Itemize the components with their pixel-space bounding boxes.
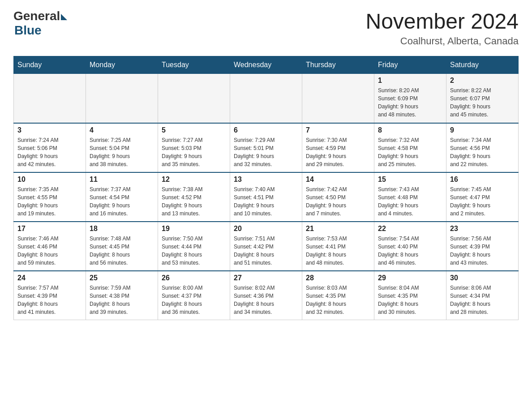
day-number: 8 [378,126,442,134]
day-number: 27 [234,274,298,282]
calendar-day-cell: 25Sunrise: 7:59 AM Sunset: 4:38 PM Dayli… [86,271,158,320]
day-number: 5 [162,126,226,134]
calendar-day-cell: 19Sunrise: 7:50 AM Sunset: 4:44 PM Dayli… [158,222,230,271]
logo: General Blue [13,9,67,38]
calendar-day-header: Tuesday [158,56,230,74]
day-number: 30 [450,274,515,282]
month-year-title: November 2024 [365,9,519,34]
calendar-day-cell [158,74,230,123]
calendar-day-cell: 13Sunrise: 7:40 AM Sunset: 4:51 PM Dayli… [230,172,302,222]
day-number: 12 [162,176,226,184]
day-info: Sunrise: 7:43 AM Sunset: 4:48 PM Dayligh… [378,185,442,218]
calendar-day-cell: 4Sunrise: 7:25 AM Sunset: 5:04 PM Daylig… [86,123,158,172]
calendar-day-cell: 28Sunrise: 8:03 AM Sunset: 4:35 PM Dayli… [302,271,374,320]
day-info: Sunrise: 7:35 AM Sunset: 4:55 PM Dayligh… [17,185,82,218]
calendar-day-cell: 23Sunrise: 7:56 AM Sunset: 4:39 PM Dayli… [446,222,519,271]
calendar-day-cell: 11Sunrise: 7:37 AM Sunset: 4:54 PM Dayli… [86,172,158,222]
calendar-day-cell: 1Sunrise: 8:20 AM Sunset: 6:09 PM Daylig… [374,74,446,123]
calendar-day-cell: 17Sunrise: 7:46 AM Sunset: 4:46 PM Dayli… [14,222,86,271]
calendar-day-cell: 8Sunrise: 7:32 AM Sunset: 4:58 PM Daylig… [374,123,446,172]
day-number: 22 [378,225,442,233]
calendar-day-header: Monday [86,56,158,74]
day-info: Sunrise: 8:00 AM Sunset: 4:37 PM Dayligh… [162,284,226,316]
calendar-day-cell: 16Sunrise: 7:45 AM Sunset: 4:47 PM Dayli… [446,172,519,222]
day-info: Sunrise: 7:32 AM Sunset: 4:58 PM Dayligh… [378,136,442,168]
day-info: Sunrise: 7:42 AM Sunset: 4:50 PM Dayligh… [306,185,370,218]
calendar-day-cell: 18Sunrise: 7:48 AM Sunset: 4:45 PM Dayli… [86,222,158,271]
calendar-week-row: 10Sunrise: 7:35 AM Sunset: 4:55 PM Dayli… [14,172,519,222]
calendar-day-header: Wednesday [230,56,302,74]
day-info: Sunrise: 8:04 AM Sunset: 4:35 PM Dayligh… [378,284,442,316]
calendar-table: SundayMondayTuesdayWednesdayThursdayFrid… [13,56,519,320]
calendar-day-cell: 12Sunrise: 7:38 AM Sunset: 4:52 PM Dayli… [158,172,230,222]
calendar-week-row: 17Sunrise: 7:46 AM Sunset: 4:46 PM Dayli… [14,222,519,271]
day-info: Sunrise: 8:06 AM Sunset: 4:34 PM Dayligh… [450,284,515,316]
day-number: 16 [450,176,515,184]
day-number: 20 [234,225,298,233]
day-info: Sunrise: 7:25 AM Sunset: 5:04 PM Dayligh… [90,136,154,168]
day-number: 23 [450,225,515,233]
day-info: Sunrise: 8:22 AM Sunset: 6:07 PM Dayligh… [450,86,515,119]
calendar-day-cell: 29Sunrise: 8:04 AM Sunset: 4:35 PM Dayli… [374,271,446,320]
logo-general-text: General [13,9,60,23]
calendar-day-cell: 27Sunrise: 8:02 AM Sunset: 4:36 PM Dayli… [230,271,302,320]
day-info: Sunrise: 7:46 AM Sunset: 4:46 PM Dayligh… [17,235,82,267]
day-info: Sunrise: 7:27 AM Sunset: 5:03 PM Dayligh… [162,136,226,168]
day-number: 6 [234,126,298,134]
calendar-day-cell: 14Sunrise: 7:42 AM Sunset: 4:50 PM Dayli… [302,172,374,222]
calendar-week-row: 24Sunrise: 7:57 AM Sunset: 4:39 PM Dayli… [14,271,519,320]
day-info: Sunrise: 7:24 AM Sunset: 5:06 PM Dayligh… [17,136,82,168]
day-info: Sunrise: 7:54 AM Sunset: 4:40 PM Dayligh… [378,235,442,267]
calendar-day-cell: 21Sunrise: 7:53 AM Sunset: 4:41 PM Dayli… [302,222,374,271]
day-info: Sunrise: 8:03 AM Sunset: 4:35 PM Dayligh… [306,284,370,316]
calendar-day-cell: 26Sunrise: 8:00 AM Sunset: 4:37 PM Dayli… [158,271,230,320]
day-number: 4 [90,126,154,134]
calendar-day-cell: 20Sunrise: 7:51 AM Sunset: 4:42 PM Dayli… [230,222,302,271]
day-number: 19 [162,225,226,233]
calendar-day-cell [230,74,302,123]
day-info: Sunrise: 7:34 AM Sunset: 4:56 PM Dayligh… [450,136,515,168]
calendar-day-cell: 22Sunrise: 7:54 AM Sunset: 4:40 PM Dayli… [374,222,446,271]
calendar-week-row: 1Sunrise: 8:20 AM Sunset: 6:09 PM Daylig… [14,74,519,123]
calendar-day-cell [302,74,374,123]
calendar-day-cell: 3Sunrise: 7:24 AM Sunset: 5:06 PM Daylig… [14,123,86,172]
day-number: 24 [17,274,82,282]
day-number: 29 [378,274,442,282]
day-number: 15 [378,176,442,184]
day-number: 14 [306,176,370,184]
day-info: Sunrise: 7:38 AM Sunset: 4:52 PM Dayligh… [162,185,226,218]
day-info: Sunrise: 7:57 AM Sunset: 4:39 PM Dayligh… [17,284,82,316]
day-number: 2 [450,77,515,85]
logo-arrow-icon [61,14,67,20]
day-number: 28 [306,274,370,282]
day-info: Sunrise: 7:37 AM Sunset: 4:54 PM Dayligh… [90,185,154,218]
calendar-day-header: Saturday [446,56,519,74]
calendar-day-cell: 10Sunrise: 7:35 AM Sunset: 4:55 PM Dayli… [14,172,86,222]
calendar-day-header: Thursday [302,56,374,74]
calendar-day-cell: 30Sunrise: 8:06 AM Sunset: 4:34 PM Dayli… [446,271,519,320]
calendar-week-row: 3Sunrise: 7:24 AM Sunset: 5:06 PM Daylig… [14,123,519,172]
day-number: 9 [450,126,515,134]
title-section: November 2024 Coalhurst, Alberta, Canada [365,9,519,47]
day-info: Sunrise: 7:53 AM Sunset: 4:41 PM Dayligh… [306,235,370,267]
day-info: Sunrise: 7:56 AM Sunset: 4:39 PM Dayligh… [450,235,515,267]
day-number: 21 [306,225,370,233]
day-info: Sunrise: 7:29 AM Sunset: 5:01 PM Dayligh… [234,136,298,168]
calendar-header-row: SundayMondayTuesdayWednesdayThursdayFrid… [14,56,519,74]
day-number: 13 [234,176,298,184]
calendar-day-cell [14,74,86,123]
calendar-day-cell: 15Sunrise: 7:43 AM Sunset: 4:48 PM Dayli… [374,172,446,222]
day-info: Sunrise: 7:51 AM Sunset: 4:42 PM Dayligh… [234,235,298,267]
day-info: Sunrise: 7:30 AM Sunset: 4:59 PM Dayligh… [306,136,370,168]
calendar-day-cell [86,74,158,123]
calendar-day-cell: 2Sunrise: 8:22 AM Sunset: 6:07 PM Daylig… [446,74,519,123]
day-info: Sunrise: 7:59 AM Sunset: 4:38 PM Dayligh… [90,284,154,316]
calendar-day-cell: 7Sunrise: 7:30 AM Sunset: 4:59 PM Daylig… [302,123,374,172]
day-info: Sunrise: 8:02 AM Sunset: 4:36 PM Dayligh… [234,284,298,316]
day-number: 25 [90,274,154,282]
calendar-day-cell: 9Sunrise: 7:34 AM Sunset: 4:56 PM Daylig… [446,123,519,172]
day-info: Sunrise: 7:45 AM Sunset: 4:47 PM Dayligh… [450,185,515,218]
day-number: 1 [378,77,442,85]
calendar-day-cell: 5Sunrise: 7:27 AM Sunset: 5:03 PM Daylig… [158,123,230,172]
location-subtitle: Coalhurst, Alberta, Canada [365,35,519,47]
